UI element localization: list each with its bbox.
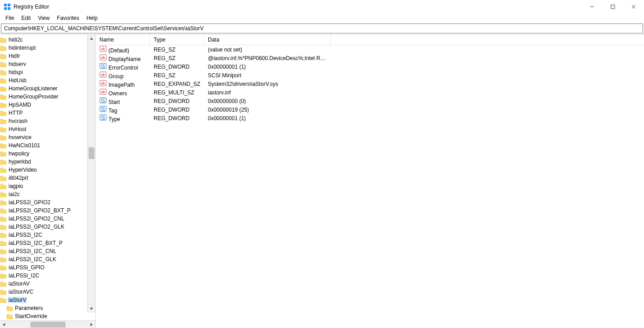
- folder-icon: [0, 264, 6, 271]
- tree-item-label: iaStorAV: [8, 281, 30, 287]
- list-header[interactable]: Name Type Data: [96, 35, 644, 45]
- list-row[interactable]: GroupREG_SZSCSI Miniport: [96, 71, 644, 80]
- scroll-left-arrow-icon[interactable]: [0, 321, 8, 328]
- tree-item-label: iaLPSSi_I2C: [8, 272, 40, 279]
- tree-item[interactable]: HTTP: [0, 109, 88, 117]
- tree-item-label: iaLPSS2i_GPIO2: [8, 199, 52, 206]
- tree-item[interactable]: hwpolicy: [0, 150, 88, 158]
- list-row[interactable]: ErrorControlREG_DWORD0x00000001 (1): [96, 62, 644, 71]
- value-type-cell: REG_DWORD: [150, 107, 204, 113]
- hscroll-track[interactable]: [8, 321, 88, 328]
- tree-item[interactable]: HomeGroupListener: [0, 84, 88, 93]
- folder-icon: [0, 69, 6, 75]
- folder-icon: [0, 248, 6, 254]
- list-row[interactable]: StartREG_DWORD0x00000000 (0): [96, 97, 644, 105]
- tree-item[interactable]: hidi2c: [0, 36, 88, 44]
- folder-icon: [0, 61, 6, 67]
- tree-item-label: hidi2c: [8, 37, 24, 43]
- list-row[interactable]: (Default)REG_SZ(value not set): [96, 45, 644, 54]
- tree-item[interactable]: Parameters: [0, 304, 88, 312]
- tree-item[interactable]: iaLPSS2i_I2C_GLK: [0, 255, 88, 263]
- list-row[interactable]: TagREG_DWORD0x00000019 (25): [96, 105, 644, 114]
- hscroll-thumb[interactable]: [30, 322, 66, 328]
- folder-icon: [0, 94, 6, 100]
- tree-item[interactable]: hvcrash: [0, 117, 88, 125]
- list-row[interactable]: OwnersREG_MULTI_SZiastorv.inf: [96, 88, 644, 97]
- list-row[interactable]: TypeREG_DWORD0x00000001 (1): [96, 114, 644, 122]
- tree-item[interactable]: iai2c: [0, 190, 88, 198]
- column-header-type[interactable]: Type: [150, 35, 204, 45]
- menu-file[interactable]: File: [2, 14, 18, 22]
- value-name: Start: [108, 99, 120, 105]
- tree-item[interactable]: hidspi: [0, 68, 88, 76]
- tree-item[interactable]: iaStorV: [0, 296, 88, 304]
- value-type-cell: REG_SZ: [150, 55, 204, 61]
- tree-item-label: iaLPSS2i_I2C: [8, 232, 43, 238]
- menu-edit[interactable]: Edit: [18, 14, 34, 22]
- folder-icon: [0, 102, 6, 108]
- value-name: Owners: [108, 90, 127, 97]
- tree-item[interactable]: hvservice: [0, 133, 88, 141]
- tree-item[interactable]: iaLPSS2i_GPIO2_CNL: [0, 215, 88, 223]
- folder-icon: [0, 216, 6, 222]
- tree-item[interactable]: iaStorAVC: [0, 288, 88, 296]
- tree-item[interactable]: HidUsb: [0, 76, 88, 84]
- column-header-data[interactable]: Data: [204, 35, 331, 45]
- tree-item[interactable]: HyperVideo: [0, 166, 88, 174]
- folder-icon: [0, 110, 6, 116]
- string-value-icon: [99, 71, 107, 78]
- minimize-button[interactable]: [582, 0, 602, 14]
- maximize-button[interactable]: [602, 0, 623, 14]
- close-button[interactable]: [623, 0, 644, 14]
- list-row[interactable]: DisplayNameREG_SZ@iastorv.inf,%*PNP0600.…: [96, 54, 644, 62]
- menu-view[interactable]: View: [34, 14, 53, 22]
- scroll-up-arrow-icon[interactable]: [88, 35, 95, 42]
- tree-item-label: iaStorAVC: [8, 289, 34, 295]
- tree-item[interactable]: iaLPSS2i_GPIO2: [0, 198, 88, 206]
- tree-item[interactable]: i8042prt: [0, 174, 88, 182]
- scroll-right-arrow-icon[interactable]: [88, 321, 95, 328]
- folder-icon: [0, 53, 6, 59]
- tree-item[interactable]: iaLPSS2i_GPIO2_GLK: [0, 223, 88, 231]
- list-row[interactable]: ImagePathREG_EXPAND_SZSystem32\drivers\i…: [96, 80, 644, 88]
- address-bar[interactable]: [1, 23, 643, 33]
- menu-help[interactable]: Help: [83, 14, 101, 22]
- tree-item[interactable]: iagpio: [0, 182, 88, 190]
- tree-item-label: iaLPSS2i_I2C_CNL: [8, 248, 57, 254]
- address-input[interactable]: [3, 25, 641, 32]
- tree-item[interactable]: iaLPSSi_I2C: [0, 272, 88, 280]
- list-body[interactable]: (Default)REG_SZ(value not set)DisplayNam…: [96, 45, 644, 328]
- tree-item-label: StartOverride: [14, 313, 48, 319]
- tree-item[interactable]: iaStorAV: [0, 280, 88, 288]
- tree-item[interactable]: hyperkbd: [0, 158, 88, 166]
- tree-item[interactable]: HidIr: [0, 52, 88, 60]
- scroll-down-arrow-icon[interactable]: [88, 305, 95, 313]
- tree-vertical-scrollbar[interactable]: [87, 35, 95, 313]
- tree-item[interactable]: iaLPSS2i_GPIO2_BXT_P: [0, 206, 88, 215]
- registry-tree[interactable]: hidi2chidinterruptHidIrhidservhidspiHidU…: [0, 35, 95, 320]
- svg-rect-10: [611, 5, 615, 9]
- value-name: Type: [108, 116, 120, 122]
- column-header-name[interactable]: Name: [96, 35, 150, 45]
- tree-item-label: HpSAMD: [8, 102, 32, 108]
- tree-item[interactable]: iaLPSS2i_I2C_BXT_P: [0, 239, 88, 247]
- tree-item[interactable]: hidinterrupt: [0, 44, 88, 52]
- menu-favorites[interactable]: Favorites: [53, 14, 83, 22]
- tree-item[interactable]: iaLPSSi_GPIO: [0, 263, 88, 272]
- app-icon: [4, 3, 11, 10]
- value-data-cell: 0x00000001 (1): [204, 64, 331, 70]
- tree-item[interactable]: HvHost: [0, 125, 88, 133]
- tree-item[interactable]: iaLPSS2i_I2C_CNL: [0, 247, 88, 255]
- tree-item[interactable]: hidserv: [0, 60, 88, 68]
- value-type-cell: REG_EXPAND_SZ: [150, 81, 204, 87]
- tree-horizontal-scrollbar[interactable]: [0, 320, 95, 328]
- scroll-thumb[interactable]: [89, 147, 94, 159]
- tree-item[interactable]: HomeGroupProvider: [0, 93, 88, 101]
- tree-item[interactable]: StartOverride: [0, 312, 88, 320]
- tree-item[interactable]: HwNClx0101: [0, 141, 88, 150]
- tree-item[interactable]: HpSAMD: [0, 101, 88, 109]
- tree-item[interactable]: iaLPSS2i_I2C: [0, 231, 88, 239]
- value-name-cell: (Default): [96, 45, 150, 54]
- scroll-track[interactable]: [88, 42, 95, 305]
- folder-icon: [0, 150, 6, 157]
